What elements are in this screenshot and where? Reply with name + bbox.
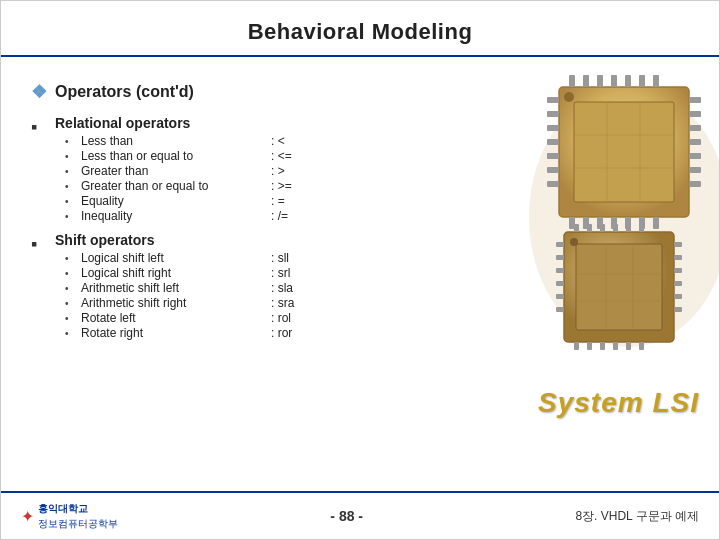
item-operator: : <: [271, 134, 285, 148]
svg-rect-25: [547, 153, 559, 159]
item-operator: : >=: [271, 179, 292, 193]
svg-rect-49: [587, 342, 592, 350]
svg-rect-53: [639, 342, 644, 350]
svg-rect-54: [556, 242, 564, 247]
svg-rect-52: [626, 342, 631, 350]
svg-rect-11: [625, 75, 631, 87]
bullet-icon: •: [65, 211, 73, 222]
svg-rect-20: [653, 217, 659, 229]
svg-rect-24: [547, 139, 559, 145]
shift-block-marker: ▪: [31, 234, 45, 255]
svg-rect-29: [689, 111, 701, 117]
item-operator: : sra: [271, 296, 294, 310]
shift-block: ▪ Shift operators • Logical shift left :…: [31, 232, 479, 341]
operators-label: Operators (cont'd): [55, 83, 194, 101]
svg-rect-30: [689, 125, 701, 131]
list-item: • Arithmetic shift right : sra: [55, 296, 479, 310]
item-operator: : srl: [271, 266, 290, 280]
svg-rect-58: [556, 294, 564, 299]
bullet-icon: •: [65, 136, 73, 147]
item-name: Logical shift left: [81, 251, 251, 265]
svg-rect-33: [689, 167, 701, 173]
item-operator: : sll: [271, 251, 289, 265]
svg-rect-65: [674, 307, 682, 312]
bullet-icon: •: [65, 166, 73, 177]
bullet-icon: •: [65, 283, 73, 294]
svg-rect-28: [689, 97, 701, 103]
list-item: • Arithmetic shift left : sla: [55, 281, 479, 295]
svg-rect-34: [689, 181, 701, 187]
bullet-icon: •: [65, 268, 73, 279]
svg-rect-61: [674, 255, 682, 260]
relational-block-marker: ▪: [31, 117, 45, 138]
footer: ✦ 홍익대학교 정보컴퓨터공학부 - 88 - 8장. VHDL 구문과 예제: [1, 491, 719, 539]
svg-rect-44: [600, 224, 605, 232]
bullet-icon: •: [65, 253, 73, 264]
item-name: Greater than: [81, 164, 251, 178]
item-operator: : /=: [271, 209, 288, 223]
footer-chapter: 8장. VHDL 구문과 예제: [575, 508, 699, 525]
bullet-icon: •: [65, 298, 73, 309]
bullet-icon: •: [65, 181, 73, 192]
item-name: Arithmetic shift left: [81, 281, 251, 295]
svg-rect-26: [547, 167, 559, 173]
svg-rect-13: [653, 75, 659, 87]
svg-rect-51: [613, 342, 618, 350]
item-name: Rotate left: [81, 311, 251, 325]
svg-rect-2: [574, 102, 674, 202]
svg-point-35: [564, 92, 574, 102]
list-item: • Rotate left : rol: [55, 311, 479, 325]
bullet-icon: •: [65, 151, 73, 162]
slide: Behavioral Modeling ❖ Operators (cont'd)…: [0, 0, 720, 540]
svg-rect-9: [597, 75, 603, 87]
list-item: • Less than or equal to : <=: [55, 149, 479, 163]
item-name: Greater than or equal to: [81, 179, 251, 193]
svg-rect-62: [674, 268, 682, 273]
v-bullet-icon: ❖: [31, 81, 47, 103]
item-operator: : >: [271, 164, 285, 178]
item-operator: : =: [271, 194, 285, 208]
svg-rect-57: [556, 281, 564, 286]
svg-rect-23: [547, 125, 559, 131]
item-name: Less than or equal to: [81, 149, 251, 163]
list-item: • Logical shift right : srl: [55, 266, 479, 280]
svg-rect-7: [569, 75, 575, 87]
item-name: Arithmetic shift right: [81, 296, 251, 310]
svg-rect-55: [556, 255, 564, 260]
item-name: Less than: [81, 134, 251, 148]
svg-rect-10: [611, 75, 617, 87]
footer-logo: ✦ 홍익대학교 정보컴퓨터공학부: [21, 502, 118, 531]
bullet-icon: •: [65, 196, 73, 207]
svg-rect-45: [613, 224, 618, 232]
item-name: Inequality: [81, 209, 251, 223]
svg-rect-63: [674, 281, 682, 286]
svg-rect-42: [574, 224, 579, 232]
svg-rect-64: [674, 294, 682, 299]
left-content: ❖ Operators (cont'd) ▪ Relational operat…: [1, 57, 499, 479]
logo-star-icon: ✦: [21, 507, 34, 526]
item-name: Equality: [81, 194, 251, 208]
item-operator: : ror: [271, 326, 292, 340]
shift-content: Shift operators • Logical shift left : s…: [55, 232, 479, 341]
item-operator: : rol: [271, 311, 291, 325]
item-name: Rotate right: [81, 326, 251, 340]
list-item: • Logical shift left : sll: [55, 251, 479, 265]
item-name: Logical shift right: [81, 266, 251, 280]
svg-rect-37: [576, 244, 662, 330]
list-item: • Greater than or equal to : >=: [55, 179, 479, 193]
svg-rect-31: [689, 139, 701, 145]
right-image-area: System LSI: [499, 57, 719, 479]
item-operator: : <=: [271, 149, 292, 163]
svg-rect-50: [600, 342, 605, 350]
list-item: • Rotate right : ror: [55, 326, 479, 340]
svg-rect-56: [556, 268, 564, 273]
footer-page-number: - 88 -: [330, 508, 363, 524]
svg-rect-48: [574, 342, 579, 350]
logo-line1: 홍익대학교: [38, 502, 118, 516]
list-item: • Equality : =: [55, 194, 479, 208]
item-operator: : sla: [271, 281, 293, 295]
svg-point-66: [570, 238, 578, 246]
svg-rect-46: [626, 224, 631, 232]
relational-block: ▪ Relational operators • Less than : < •…: [31, 115, 479, 224]
operators-header: ❖ Operators (cont'd): [31, 81, 479, 103]
